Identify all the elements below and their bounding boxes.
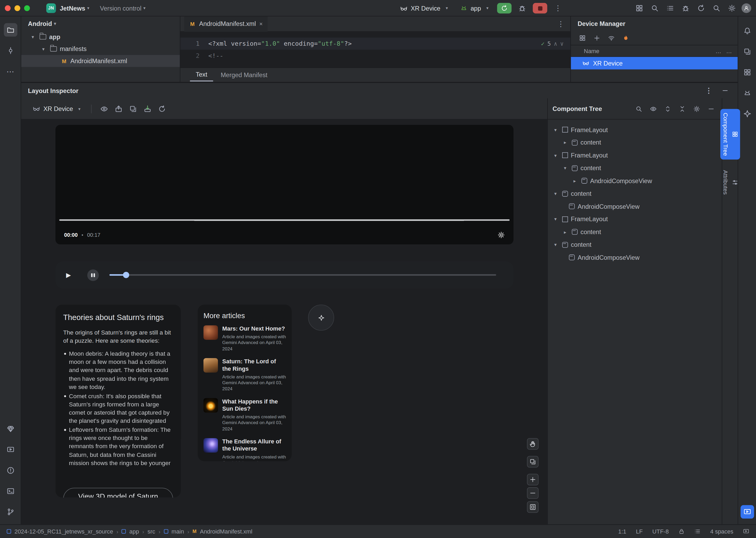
gemini-tool-button[interactable]	[740, 107, 754, 121]
tree-node-androidmanifest[interactable]: M AndroidManifest.xml	[21, 55, 180, 67]
snapshot-button[interactable]	[113, 103, 125, 114]
article-item[interactable]: Mars: Our Next Home?Article and images c…	[204, 325, 286, 352]
inspection-widget[interactable]: ✓ 5 ∧ ∨	[541, 37, 564, 50]
name-column-header[interactable]: Name	[584, 48, 599, 54]
tree-row[interactable]: ▾FrameLayout	[548, 213, 722, 225]
refresh-button[interactable]	[156, 103, 168, 114]
minimize-window-button[interactable]	[15, 5, 20, 11]
row-options-button[interactable]: …	[726, 48, 732, 54]
video-player[interactable]: 00:00 • 00:17	[55, 125, 514, 244]
code-line-1[interactable]: 1 <?xml version="1.0" encoding="utf-8"?>	[180, 37, 570, 50]
breadcrumb-item[interactable]: main	[172, 528, 184, 535]
tree-row[interactable]: ▾content	[548, 162, 722, 174]
debug-button[interactable]	[516, 2, 528, 14]
chevron-down-icon[interactable]: ▾	[561, 165, 569, 171]
chevron-down-icon[interactable]: ▾	[40, 46, 47, 52]
firebase-flame-button[interactable]	[620, 32, 632, 44]
search-everywhere-button[interactable]	[711, 2, 723, 14]
gradle-tool-button[interactable]	[740, 66, 754, 79]
layout-inspector-canvas[interactable]: 00:00 • 00:17 ▶ Theories about Saturn's …	[21, 120, 547, 524]
tree-row[interactable]: ▸AndroidComposeView	[548, 174, 722, 187]
audio-slider[interactable]	[109, 274, 496, 276]
screen-reader-icon[interactable]	[743, 528, 749, 535]
stop-app-button[interactable]	[533, 3, 548, 14]
editor-options-kebab-button[interactable]: ⋮	[555, 18, 566, 29]
view-options-eye-button[interactable]	[98, 103, 110, 114]
tree-row[interactable]: AndroidComposeView	[548, 251, 722, 264]
zoom-to-fit-button[interactable]	[527, 501, 539, 513]
device-selector[interactable]: XR Device ▾	[396, 3, 452, 13]
project-view-selector[interactable]: Android	[28, 20, 52, 27]
user-avatar[interactable]	[741, 3, 751, 13]
zoom-in-button[interactable]	[527, 474, 539, 485]
running-devices-button[interactable]	[4, 443, 18, 457]
code-line-2[interactable]: 2 <!--	[180, 50, 570, 62]
version-control-tool-button[interactable]	[4, 505, 18, 519]
layout-inspector-tool-button[interactable]	[741, 505, 754, 519]
breadcrumb-item[interactable]: src	[147, 528, 155, 535]
expand-all-button[interactable]	[662, 103, 673, 114]
settings-gear-button[interactable]	[726, 2, 738, 14]
import-snapshot-button[interactable]	[142, 103, 153, 114]
run-configuration-selector[interactable]: app ▾	[456, 3, 492, 13]
project-menu[interactable]: JetNews ▾	[60, 5, 89, 12]
chevron-down-icon[interactable]: ▾	[552, 153, 559, 158]
tab-text[interactable]: Text	[190, 69, 213, 81]
more-run-actions-button[interactable]: ⋮	[552, 2, 564, 14]
tree-row[interactable]: ▾FrameLayout	[548, 149, 722, 162]
zoom-out-button[interactable]	[527, 487, 539, 499]
device-manager-tool-button[interactable]	[740, 86, 754, 100]
profiler-button[interactable]	[634, 2, 645, 14]
article-item[interactable]: The Endless Allure of the UniverseArticl…	[204, 438, 286, 461]
article-item[interactable]: What Happens if the Sun Dies?Article and…	[204, 398, 286, 432]
file-encoding[interactable]: UTF-8	[652, 528, 669, 535]
tree-row[interactable]: ▾FrameLayout	[548, 123, 722, 136]
play-icon[interactable]: ▶	[66, 271, 71, 279]
chevron-down-icon[interactable]: ▾	[552, 127, 559, 133]
terminal-tool-button[interactable]	[4, 484, 18, 498]
bug-report-button[interactable]	[680, 2, 691, 14]
indent-setting[interactable]: 4 spaces	[710, 528, 733, 535]
close-tab-icon[interactable]: ×	[259, 21, 263, 27]
tree-row[interactable]: ▾content	[548, 188, 722, 200]
editor-tab-androidmanifest[interactable]: M AndroidManifest.xml ×	[184, 16, 267, 31]
layer-mode-button[interactable]	[127, 103, 139, 114]
column-options-button[interactable]: …	[716, 48, 722, 54]
tree-node-manifests[interactable]: ▾ manifests	[21, 43, 180, 55]
pair-wifi-button[interactable]	[606, 32, 617, 44]
tree-settings-gear-button[interactable]	[691, 103, 703, 114]
device-grid-button[interactable]	[577, 32, 588, 44]
todo-list-button[interactable]	[664, 2, 676, 14]
chevron-down-icon[interactable]: ▾	[29, 34, 36, 40]
inspections-widget-icon[interactable]	[694, 528, 701, 535]
close-window-button[interactable]	[5, 5, 11, 11]
tab-component-tree[interactable]: Component Tree	[720, 109, 740, 160]
device-row-xr-device[interactable]: XR Device	[571, 57, 738, 69]
problems-tool-button[interactable]	[4, 464, 18, 477]
tree-search-button[interactable]	[633, 103, 645, 114]
readonly-lock-icon[interactable]	[678, 528, 685, 535]
sync-project-button[interactable]	[695, 2, 707, 14]
chevron-right-icon[interactable]: ▸	[571, 178, 579, 184]
inspect-code-button[interactable]	[649, 2, 661, 14]
panel-options-kebab-button[interactable]: ⋮	[703, 85, 715, 96]
pause-button[interactable]	[87, 269, 99, 281]
commit-tool-button[interactable]	[4, 44, 17, 57]
project-icon[interactable]: JN	[46, 3, 56, 13]
tree-filter-eye-button[interactable]	[648, 103, 659, 114]
hide-tree-button[interactable]	[706, 103, 717, 114]
breadcrumb-item[interactable]: 2024-12-05_RC11_jetnews_xr_source	[15, 528, 113, 535]
previous-problem-icon[interactable]: ∧	[554, 40, 557, 47]
audio-slider-thumb[interactable]	[123, 272, 129, 278]
chevron-down-icon[interactable]: ▾	[552, 191, 559, 196]
rerun-app-button[interactable]	[497, 3, 512, 14]
tree-row[interactable]: ▾content	[548, 238, 722, 251]
tab-merged-manifest[interactable]: Merged Manifest	[215, 69, 273, 81]
cursor-position[interactable]: 1:1	[618, 528, 626, 535]
xr-expand-fab[interactable]	[308, 305, 334, 331]
collapse-all-button[interactable]	[676, 103, 688, 114]
more-tool-windows-button[interactable]: ⋯	[4, 65, 17, 78]
minimize-panel-button[interactable]	[719, 85, 731, 96]
code-area[interactable]: 1 <?xml version="1.0" encoding="utf-8"?>…	[180, 32, 570, 67]
process-selector[interactable]: XR Device ▾	[29, 104, 84, 114]
